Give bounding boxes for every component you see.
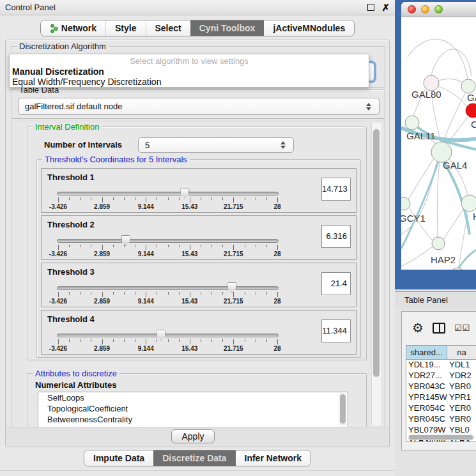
column-header-shared-name[interactable]: shared... [406, 346, 447, 359]
tab-style[interactable]: Style [106, 20, 146, 36]
network-canvas[interactable]: GAL80 GA C GAL11 GAL4 GCY1 H HAP2 [401, 17, 476, 270]
split-pane-icon[interactable] [433, 323, 445, 334]
network-window: GAL80 GA C GAL11 GAL4 GCY1 H HAP2 [395, 0, 476, 289]
combo-stepper-icon [280, 141, 287, 149]
slider-track[interactable] [57, 286, 279, 290]
threshold-value-field[interactable]: 6.316 [321, 225, 351, 248]
tab-label: Infer Network [245, 453, 302, 463]
thresholds-group: Threshold's Coordinates for 5 Intervals … [36, 159, 361, 358]
list-scrollbar[interactable] [339, 394, 346, 426]
mac-zoom-icon[interactable] [434, 5, 443, 13]
slider-tick-labels: -3.4262.8599.14415.4321.71528 [58, 298, 277, 305]
table-row[interactable]: YER054CYER0 [406, 403, 476, 414]
tab-network[interactable]: Network [41, 20, 106, 36]
slider-tick-labels: -3.4262.8599.14415.4321.71528 [58, 345, 277, 353]
threshold-slider[interactable]: -3.4262.8599.14415.4321.71528 [57, 188, 279, 211]
cell[interactable]: YBR045C [406, 414, 447, 425]
cell[interactable]: YBR043C [406, 381, 447, 392]
apply-button[interactable]: Apply [171, 429, 215, 443]
bottom-tabs-row: Impute Data Discretize Data Infer Networ… [0, 450, 395, 466]
node-hap2[interactable] [432, 237, 445, 250]
threshold-value-field[interactable]: 21.4 [321, 272, 351, 295]
tab-label: Network [61, 23, 96, 33]
tab-infer-network[interactable]: Infer Network [236, 450, 311, 466]
vertical-scrollbar[interactable] [371, 123, 381, 426]
cell[interactable]: YDL1 [447, 360, 476, 371]
list-item[interactable]: TopologicalCoefficient [38, 403, 348, 414]
cell[interactable]: YER0 [447, 403, 476, 414]
tab-discretize-data[interactable]: Discretize Data [153, 450, 235, 466]
horizontal-scrollbar[interactable] [408, 434, 475, 440]
control-panel-titlebar: Control Panel ✗ [0, 0, 395, 15]
dropdown-option-equal-width[interactable]: Equal Width/Frequency Discretization [10, 77, 369, 87]
node-gal11[interactable] [405, 116, 419, 130]
tab-impute-data[interactable]: Impute Data [84, 450, 153, 466]
threshold-value-field[interactable]: 11.344 [321, 319, 351, 342]
cell[interactable]: YDR27... [406, 371, 447, 381]
table-toolbar: ⚙ ☑☑ [402, 312, 476, 344]
node-table[interactable]: shared... na YDL19...YDL1 YDR27...YDR2 Y… [406, 345, 476, 442]
node-h[interactable] [461, 195, 476, 211]
cell[interactable]: YBR0 [447, 381, 476, 392]
cell[interactable]: YPR1 [447, 392, 476, 403]
threshold-label: Threshold 4 [47, 314, 95, 324]
table-data-combo-value: galFiltered.sif default node [25, 102, 122, 111]
scrollbar-thumb[interactable] [373, 129, 380, 377]
table-row[interactable]: YBR043CYBR0 [406, 381, 476, 392]
tab-jactivemnodules[interactable]: jActiveMNodules [264, 20, 354, 36]
node-label: HAP2 [431, 254, 456, 265]
slider-track[interactable] [57, 334, 279, 337]
threshold-panel-4: Threshold 4 -3.4262.8599.14415.4321.7152… [41, 310, 357, 355]
table-panel-titlebar: Table Panel [395, 291, 476, 308]
tab-label: jActiveMNodules [273, 23, 345, 33]
mac-close-icon[interactable] [408, 5, 416, 13]
node-gcy1[interactable] [401, 197, 410, 210]
close-icon[interactable]: ✗ [381, 4, 390, 11]
num-intervals-combo[interactable]: 5 [138, 137, 294, 153]
node-label: H [473, 211, 476, 222]
table-row[interactable]: YDR27...YDR2 [406, 371, 476, 381]
node-label: C [471, 119, 476, 130]
attributes-group: Attributes to discretize Numerical Attri… [27, 373, 367, 427]
table-row[interactable]: YDL19...YDL1 [406, 360, 476, 371]
table-row[interactable]: YPR145WYPR1 [406, 392, 476, 403]
slider-track[interactable] [57, 192, 279, 196]
slider-ticks [58, 245, 277, 250]
list-scrollbar-thumb[interactable] [340, 394, 346, 424]
slider-track[interactable] [57, 239, 279, 243]
horizontal-scrollbar-thumb[interactable] [409, 435, 473, 440]
threshold-label: Threshold 3 [47, 267, 95, 277]
cell[interactable]: YER054C [406, 403, 447, 414]
table-data-combo[interactable]: galFiltered.sif default node [18, 98, 380, 115]
list-item[interactable]: BetweennessCentrality [38, 414, 348, 425]
threshold-slider[interactable]: -3.4262.8599.14415.4321.71528 [57, 282, 279, 305]
table-header-row: shared... na [406, 346, 476, 360]
gear-icon[interactable]: ⚙ [412, 320, 424, 335]
tab-cyni-toolbox[interactable]: Cyni Toolbox [190, 20, 265, 36]
mac-minimize-icon[interactable] [421, 5, 429, 13]
threshold-value-field[interactable]: 14.713 [321, 178, 351, 201]
cell[interactable]: YPR145W [406, 392, 447, 403]
node-bottom[interactable] [451, 268, 464, 270]
cell[interactable]: YDL19... [406, 360, 447, 371]
node-label: GA [467, 92, 476, 103]
list-item[interactable]: SelfLoops [38, 392, 348, 403]
table-row[interactable]: YBR045CYBR0 [406, 414, 476, 425]
numerical-attributes-list[interactable]: SelfLoops TopologicalCoefficient Between… [38, 392, 348, 427]
dropdown-option-manual[interactable]: Manual Discretization [10, 66, 369, 77]
threshold-slider[interactable]: -3.4262.8599.14415.4321.71528 [57, 330, 279, 353]
float-window-icon[interactable] [367, 4, 374, 11]
column-header-name[interactable]: na [447, 346, 476, 359]
tab-select[interactable]: Select [146, 20, 190, 36]
tab-label: Select [155, 23, 181, 33]
node-red-selected[interactable] [466, 104, 476, 118]
node-top-right[interactable] [461, 79, 475, 93]
network-window-titlebar [401, 2, 476, 17]
node-label: GAL4 [443, 160, 467, 171]
checkbox-icons[interactable]: ☑☑ [454, 323, 470, 333]
settings-scroll-panel: Interval Definition Number of Intervals … [11, 121, 385, 427]
threshold-slider[interactable]: -3.4262.8599.14415.4321.71528 [57, 235, 279, 258]
cell[interactable]: YBR0 [447, 414, 476, 425]
cell[interactable]: YDR2 [447, 371, 476, 381]
node-label: GAL80 [411, 89, 441, 100]
